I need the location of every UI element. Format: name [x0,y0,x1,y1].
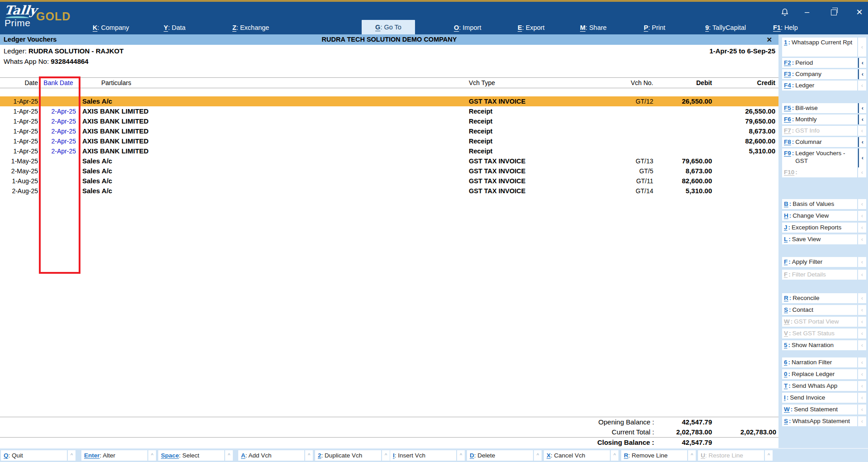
sidebar-expand-chevron-icon[interactable]: ‹ [858,223,866,233]
sidebar-key: J [784,224,788,231]
table-row[interactable]: 1-Apr-252-Apr-25AXIS BANK LIMITEDReceipt… [0,146,778,156]
bottombar-expand-chevron-icon[interactable]: ^ [382,450,390,461]
sidebar-expand-chevron-icon[interactable]: ‹ [858,293,866,303]
menu-item-share[interactable]: M: Share [580,24,607,31]
sidebar-expand-chevron-icon[interactable]: ‹ [858,393,866,403]
sidebar-item-f4-ledger[interactable]: F4:Ledger [782,81,857,90]
close-window-button[interactable]: ✕ [854,7,865,17]
bottombar-expand-chevron-icon[interactable]: ^ [765,450,773,461]
whatsapp-number: 9328444864 [51,57,88,65]
sidebar-item-0-replace-ledger[interactable]: 0:Replace Ledger [782,369,857,379]
sidebar-expand-chevron-icon[interactable]: ‹ [858,126,866,136]
sidebar-item-6-narration-filter[interactable]: 6:Narration Filter [782,357,857,367]
table-row[interactable]: 2-May-25Sales A/cGST TAX INVOICEGT/58,67… [0,166,778,176]
sidebar-item-s-whatsapp-statement[interactable]: S:WhatsApp Statement [782,416,857,426]
sidebar-item-f5-bill-wise[interactable]: F5:Bill-wise [782,103,857,113]
menu-item-help[interactable]: F1: Help [773,24,798,31]
sidebar-expand-chevron-icon[interactable]: ‹ [858,257,866,267]
cell-vch-type: Receipt [469,146,604,156]
sidebar-expand-chevron-icon[interactable]: ‹ [858,357,866,367]
sidebar-expand-chevron-icon[interactable]: ‹ [858,381,866,391]
sidebar-item-w-send-statement[interactable]: W:Send Statement [782,405,857,414]
sidebar-expand-chevron-icon[interactable]: ‹ [858,81,866,90]
sidebar-item-j-exception-reports[interactable]: J:Exception Reports [782,223,857,233]
sidebar-item-b-basis-of-values[interactable]: B:Basis of Values [782,199,857,209]
table-row[interactable]: 1-Apr-252-Apr-25AXIS BANK LIMITEDReceipt… [0,126,778,136]
bottombar-expand-chevron-icon[interactable]: ^ [611,450,618,461]
bottombar-item-quit[interactable]: Q: Quit [1,450,67,461]
report-period[interactable]: 1-Apr-25 to 6-Sep-25 [709,47,775,55]
sidebar-expand-chevron-icon[interactable]: ‹ [858,405,866,414]
sidebar-item-f3-company[interactable]: F3:Company [782,69,857,79]
menu-item-go-to[interactable]: G: Go To [362,20,415,35]
sidebar-expand-chevron-icon[interactable]: ‹ [858,148,866,167]
sidebar-expand-chevron-icon[interactable]: ‹ [858,38,866,57]
sidebar-item-h-change-view[interactable]: H:Change View [782,211,857,221]
bottombar-expand-chevron-icon[interactable]: ^ [225,450,233,461]
bottombar-expand-chevron-icon[interactable]: ^ [457,450,465,461]
sidebar-expand-chevron-icon[interactable]: ‹ [858,340,866,350]
bottombar-item-cancel-vch[interactable]: X: Cancel Vch [544,450,610,461]
sidebar-expand-chevron-icon[interactable]: ‹ [858,317,866,327]
bottombar-item-duplicate-vch[interactable]: 2: Duplicate Vch [315,450,381,461]
menu-item-tallycapital[interactable]: 9: TallyCapital [705,24,746,31]
table-row[interactable]: 1-May-25Sales A/cGST TAX INVOICEGT/1379,… [0,156,778,166]
sidebar-item-f-apply-filter[interactable]: F:Apply Filter [782,257,857,267]
sidebar-item-l-save-view[interactable]: L:Save View [782,234,857,244]
sidebar-expand-chevron-icon[interactable]: ‹ [858,369,866,379]
sidebar-item-f8-columnar[interactable]: F8:Columnar [782,137,857,147]
table-row[interactable]: 1-Apr-25Sales A/cGST TAX INVOICEGT/1226,… [0,96,778,106]
bottombar-item-insert-vch[interactable]: I: Insert Vch [390,450,456,461]
sidebar-expand-chevron-icon[interactable]: ‹ [858,114,866,124]
bottombar-expand-chevron-icon[interactable]: ^ [68,450,75,461]
sidebar-expand-chevron-icon[interactable]: ‹ [858,305,866,315]
table-row[interactable]: 2-Aug-25Sales A/cGST TAX INVOICEGT/145,3… [0,186,778,196]
sidebar-expand-chevron-icon[interactable]: ‹ [858,58,866,68]
menu-item-import[interactable]: O: Import [454,24,481,31]
sidebar-item-r-reconcile[interactable]: R:Reconcile [782,293,857,303]
sidebar-expand-chevron-icon[interactable]: ‹ [858,103,866,113]
sidebar-expand-chevron-icon[interactable]: ‹ [858,137,866,147]
sidebar-expand-chevron-icon[interactable]: ‹ [858,234,866,244]
menu-item-exchange[interactable]: Z: Exchange [232,24,269,31]
restore-window-button[interactable] [831,10,837,15]
menu-item-export[interactable]: E: Export [518,24,545,31]
bottombar-item-alter[interactable]: Enter: Alter [81,450,147,461]
bottombar-expand-chevron-icon[interactable]: ^ [305,450,313,461]
notification-bell-icon[interactable] [780,8,790,18]
sidebar-expand-chevron-icon[interactable]: ‹ [858,211,866,221]
bottombar-item-add-vch[interactable]: A: Add Vch [238,450,304,461]
bottombar-expand-chevron-icon[interactable]: ^ [148,450,156,461]
menu-item-company[interactable]: K: Company [93,24,129,31]
bottombar-item-select[interactable]: Space: Select [158,450,224,461]
bottombar-item-delete[interactable]: D: Delete [467,450,533,461]
sidebar-item-5-show-narration[interactable]: 5:Show Narration [782,340,857,350]
menu-item-print[interactable]: P: Print [644,24,665,31]
sidebar-expand-chevron-icon[interactable]: ‹ [858,69,866,79]
sidebar-item-f2-period[interactable]: F2:Period [782,58,857,68]
sidebar-item-1-whatsapp-current-rpt[interactable]: 1:Whatsapp Current Rpt [782,38,857,57]
sidebar-expand-chevron-icon[interactable]: ‹ [858,167,866,177]
sidebar-item-f9-ledger-vouchers-gst[interactable]: F9:Ledger Vouchers - GST [782,148,857,167]
close-report-icon[interactable]: ✕ [766,34,772,45]
menu-item-data[interactable]: Y: Data [164,24,185,31]
bottombar-expand-chevron-icon[interactable]: ^ [534,450,542,461]
sidebar-expand-chevron-icon[interactable]: ‹ [858,199,866,209]
sidebar-item-f6-monthly[interactable]: F6:Monthly [782,114,857,124]
sidebar-item-w-gst-portal-view: W:GST Portal View [782,317,857,327]
table-row[interactable]: 1-Apr-252-Apr-25AXIS BANK LIMITEDReceipt… [0,136,778,146]
sidebar-item-t-send-whats-app[interactable]: T:Send Whats App [782,381,857,391]
sidebar-item-s-contact[interactable]: S:Contact [782,305,857,315]
bottombar-item-remove-line[interactable]: R: Remove Line [621,450,687,461]
sidebar-item-i-send-invoice[interactable]: I:Send Invoice [782,393,857,403]
table-row[interactable]: 1-Apr-252-Apr-25AXIS BANK LIMITEDReceipt… [0,116,778,126]
closing-balance-debit: 42,547.79 [646,438,712,448]
cell-credit: 26,550.00 [717,106,775,116]
minimize-button[interactable]: – [801,7,813,17]
table-row[interactable]: 1-Apr-252-Apr-25AXIS BANK LIMITEDReceipt… [0,106,778,116]
bottombar-expand-chevron-icon[interactable]: ^ [688,450,696,461]
sidebar-expand-chevron-icon[interactable]: ‹ [858,416,866,426]
table-row[interactable]: 1-Aug-25Sales A/cGST TAX INVOICEGT/1182,… [0,176,778,186]
sidebar-expand-chevron-icon[interactable]: ‹ [858,270,866,280]
sidebar-expand-chevron-icon[interactable]: ‹ [858,329,866,338]
